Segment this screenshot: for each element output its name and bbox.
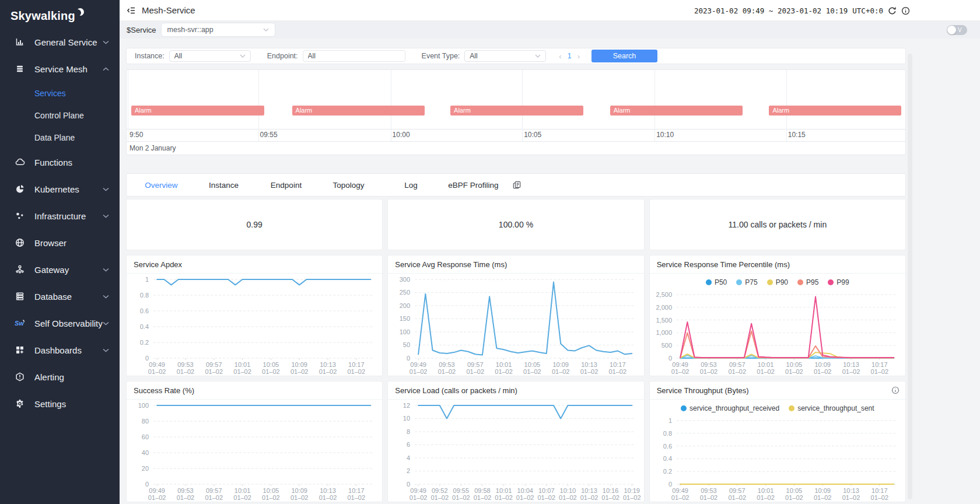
collapse-sidebar-icon[interactable] <box>127 6 136 15</box>
instance-select[interactable]: All <box>169 50 251 62</box>
svg-text:0.4: 0.4 <box>140 323 149 330</box>
alarm-bar[interactable]: Alarm <box>610 106 743 116</box>
svg-text:10:1301–02: 10:1301–02 <box>842 487 860 501</box>
pager-next-icon[interactable]: › <box>578 52 580 61</box>
tab-overview[interactable]: Overview <box>130 181 192 190</box>
tab-instance[interactable]: Instance <box>192 181 255 190</box>
copy-icon[interactable] <box>513 181 521 189</box>
layers-icon <box>14 64 26 74</box>
legend-item[interactable]: P75 <box>736 278 757 286</box>
sidebar-item-infrastructure[interactable]: Infrastructure <box>0 202 120 229</box>
sidebar-item-database[interactable]: Database <box>0 283 120 310</box>
chart-title: Service Apdex <box>134 260 182 269</box>
svg-text:09:5301–02: 09:5301–02 <box>438 361 456 375</box>
chart-title-bar: Service Avg Response Time (ms) <box>388 256 643 274</box>
svg-text:10:1701–02: 10:1701–02 <box>870 487 888 501</box>
legend-item[interactable]: service_throughput_sent <box>789 404 874 412</box>
chevron-down-icon <box>240 54 246 58</box>
chart-title-bar: Service Response Time Percentile (ms) <box>650 256 905 274</box>
svg-text:10:0101–02: 10:0101–02 <box>233 487 251 501</box>
app-logo: Skywalking <box>0 0 120 29</box>
scrollbar[interactable] <box>908 54 912 499</box>
svg-text:09:5701–02: 09:5701–02 <box>205 361 223 375</box>
auto-refresh-toggle[interactable]: V <box>947 25 967 35</box>
service-select-value: mesh-svr::app <box>167 26 263 34</box>
topbar: Mesh-Service 2023-01-02 09:49 ~ 2023-01-… <box>120 0 980 21</box>
gear-icon <box>14 399 26 408</box>
svg-text:09:4901–02: 09:4901–02 <box>148 487 166 501</box>
sidebar-item-general-service[interactable]: General Service <box>0 29 120 55</box>
legend-item[interactable]: P90 <box>767 278 788 286</box>
service-select[interactable]: mesh-svr::app <box>161 23 275 37</box>
legend-item[interactable]: service_throughput_received <box>681 404 779 412</box>
sidebar-item-kubernetes[interactable]: Kubernetes <box>0 176 120 202</box>
response-time-percentile-plot[interactable]: 05001,0001,5002,0002,50009:4901–0209:530… <box>650 289 905 376</box>
info-icon[interactable] <box>891 386 900 394</box>
svg-text:0.8: 0.8 <box>663 430 671 437</box>
pager-page-number[interactable]: 1 <box>568 52 572 60</box>
svg-text:10:0901–02: 10:0901–02 <box>290 361 309 375</box>
sidebar-item-service-mesh[interactable]: Service Mesh <box>0 55 120 82</box>
sidebar-item-functions[interactable]: Functions <box>0 149 120 176</box>
tab-topology[interactable]: Topology <box>317 181 380 190</box>
endpoint-input[interactable] <box>303 50 405 62</box>
svg-text:10:0901–02: 10:0901–02 <box>814 361 832 375</box>
legend-item[interactable]: P99 <box>828 278 849 286</box>
service-load-plot[interactable]: 02468101209:4901–0209:5201–0209:5501–020… <box>388 400 643 502</box>
sidebar-item-settings[interactable]: Settings <box>0 390 120 417</box>
search-button[interactable]: Search <box>592 50 657 62</box>
sidebar-item-browser[interactable]: Browser <box>0 229 120 256</box>
metric-unit: % <box>526 220 533 229</box>
sidebar-item-label: Functions <box>34 158 109 167</box>
alarm-bar[interactable]: Alarm <box>769 106 901 116</box>
time-range[interactable]: 2023-01-02 09:49 ~ 2023-01-02 10:19 <box>694 6 848 15</box>
dashboards-icon <box>14 345 26 355</box>
avg-response-time-plot[interactable]: 05010015020025030009:4901–0209:5301–0209… <box>388 274 643 376</box>
pager-prev-icon[interactable]: ‹ <box>559 52 561 61</box>
timeline-tick-label: 10:15 <box>786 131 806 139</box>
legend-item[interactable]: P50 <box>706 278 727 286</box>
chart-apdex: Service Apdex00.20.40.60.8109:4901–0209:… <box>126 255 383 376</box>
sidebar-item-data-plane[interactable]: Data Plane <box>0 127 120 149</box>
svg-text:250: 250 <box>400 289 410 296</box>
success-rate-plot[interactable]: 02040608010009:4901–0209:5301–0209:5701–… <box>127 400 382 502</box>
alarm-bar[interactable]: Alarm <box>292 106 425 116</box>
refresh-icon[interactable] <box>888 6 897 15</box>
sidebar-item-control-plane[interactable]: Control Plane <box>0 104 120 127</box>
svg-text:10:0501–02: 10:0501–02 <box>262 487 280 501</box>
alarm-bar[interactable]: Alarm <box>131 106 264 116</box>
sidebar-item-services[interactable]: Services <box>0 82 120 104</box>
metric-card: 0.99 <box>126 199 383 250</box>
sidebar-item-dashboards[interactable]: Dashboards <box>0 337 120 363</box>
chart-response-time-percentile: Service Response Time Percentile (ms)P50… <box>649 255 906 376</box>
legend-item[interactable]: P95 <box>797 278 818 286</box>
apdex-plot[interactable]: 00.20.40.60.8109:4901–0209:5301–0209:570… <box>127 274 382 376</box>
svg-text:100: 100 <box>138 402 149 409</box>
svg-text:10:0101–02: 10:0101–02 <box>233 361 251 375</box>
event-type-select[interactable]: All <box>464 50 546 62</box>
sidebar-item-self-observability[interactable]: SwSelf Observability <box>0 310 120 337</box>
chart-success-rate: Success Rate (%)02040608010009:4901–0209… <box>126 381 383 502</box>
alarm-bar[interactable]: Alarm <box>450 106 583 116</box>
sidebar-item-gateway[interactable]: Gateway <box>0 256 120 283</box>
service-throughput-plot[interactable]: 00.20.40.60.8109:4901–0209:5301–0209:570… <box>650 415 905 502</box>
sidebar-item-alerting[interactable]: Alerting <box>0 363 120 390</box>
svg-text:500: 500 <box>661 342 671 349</box>
cloud-icon <box>14 158 26 167</box>
tab-ebpf-profiling[interactable]: eBPF Profiling <box>442 181 505 190</box>
chart-title: Service Load (calls or packets / min) <box>395 386 517 395</box>
info-icon[interactable] <box>901 6 910 15</box>
svg-text:1,500: 1,500 <box>656 317 672 324</box>
chevron-down-icon <box>103 187 109 191</box>
svg-text:10:0901–02: 10:0901–02 <box>552 361 570 375</box>
tab-log[interactable]: Log <box>380 181 442 190</box>
svg-text:09:5301–02: 09:5301–02 <box>699 361 718 375</box>
svg-text:2,500: 2,500 <box>656 291 672 298</box>
svg-text:1,000: 1,000 <box>656 329 672 336</box>
tab-endpoint[interactable]: Endpoint <box>255 181 317 190</box>
svg-text:0: 0 <box>145 481 149 488</box>
svg-text:09:5301–02: 09:5301–02 <box>177 487 195 501</box>
time-range-cluster: 2023-01-02 09:49 ~ 2023-01-02 10:19 UTC+… <box>694 0 910 21</box>
svg-text:10:1601–02: 10:1601–02 <box>602 487 620 501</box>
sidebar-item-label: Database <box>34 292 103 302</box>
